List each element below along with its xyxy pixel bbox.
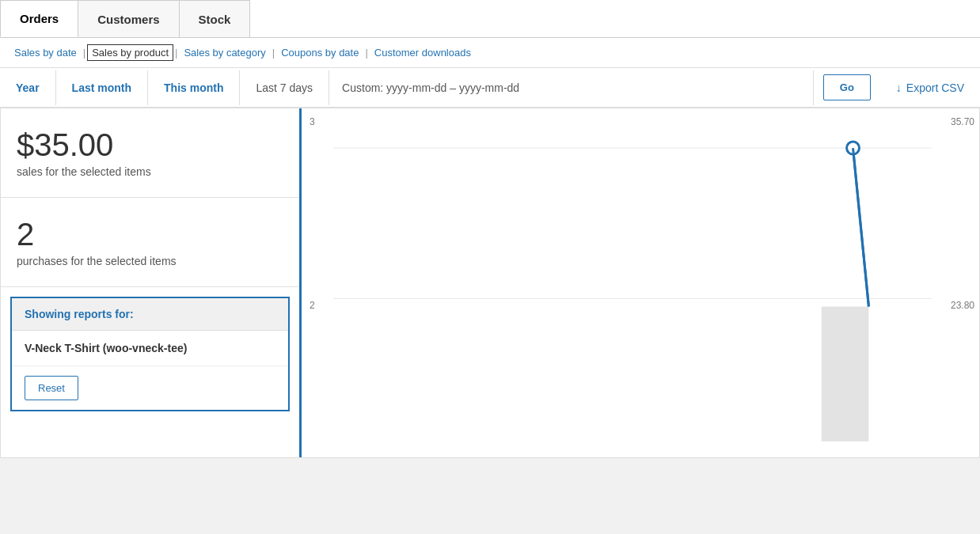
period-year[interactable]: Year [0, 70, 56, 105]
sales-value: $35.00 [17, 127, 283, 162]
subnav-sales-by-category[interactable]: Sales by category [179, 45, 270, 60]
export-csv-button[interactable]: ↓ Export CSV [880, 70, 980, 105]
sub-nav: Sales by date | Sales by product | Sales… [0, 38, 980, 68]
subnav-sales-by-date[interactable]: Sales by date [9, 45, 82, 60]
purchases-label: purchases for the selected items [17, 255, 283, 267]
filter-heading: Showing reports for: [12, 298, 288, 331]
main-content: $35.00 sales for the selected items 2 pu… [0, 108, 980, 458]
tab-stock[interactable]: Stock [179, 0, 251, 37]
period-last-month[interactable]: Last month [56, 70, 148, 105]
y-value-35: 35.70 [951, 116, 974, 127]
reset-button[interactable]: Reset [25, 376, 78, 400]
chart-area: 3 2 35.70 23.80 [302, 108, 979, 457]
chart-svg [333, 124, 932, 441]
svg-rect-2 [822, 307, 869, 441]
svg-line-4 [853, 148, 869, 306]
tab-customers[interactable]: Customers [78, 0, 179, 37]
go-button[interactable]: Go [823, 74, 871, 100]
subnav-customer-downloads[interactable]: Customer downloads [370, 45, 476, 60]
sales-stat-block: $35.00 sales for the selected items [1, 108, 299, 198]
sep2: | [175, 47, 177, 59]
download-icon: ↓ [896, 81, 902, 94]
period-this-month[interactable]: This month [148, 70, 240, 105]
period-last-7-days[interactable]: Last 7 days [240, 70, 329, 105]
tab-orders[interactable]: Orders [0, 0, 78, 37]
sep4: | [365, 47, 367, 59]
left-panel: $35.00 sales for the selected items 2 pu… [1, 108, 302, 457]
custom-range-label: Custom: yyyy-mm-dd – yyyy-mm-dd [329, 70, 814, 105]
subnav-coupons-by-date[interactable]: Coupons by date [276, 45, 363, 60]
sep3: | [272, 47, 275, 59]
y-value-23: 23.80 [951, 300, 974, 311]
sep1: | [83, 47, 85, 59]
top-tabs: Orders Customers Stock [0, 0, 980, 38]
y-label-2: 2 [310, 300, 315, 311]
subnav-sales-by-product[interactable]: Sales by product [87, 44, 173, 61]
filter-box: Showing reports for: V-Neck T-Shirt (woo… [10, 297, 290, 411]
purchases-stat-block: 2 purchases for the selected items [1, 198, 299, 287]
sales-label: sales for the selected items [17, 165, 283, 178]
filter-actions: Reset [12, 366, 288, 410]
purchases-value: 2 [17, 217, 283, 252]
filter-heading-text: Showing reports for: [25, 308, 134, 320]
y-label-3: 3 [310, 116, 315, 127]
filter-item: V-Neck T-Shirt (woo-vneck-tee) [12, 331, 288, 366]
period-bar: Year Last month This month Last 7 days C… [0, 68, 980, 108]
export-csv-label: Export CSV [906, 81, 964, 94]
